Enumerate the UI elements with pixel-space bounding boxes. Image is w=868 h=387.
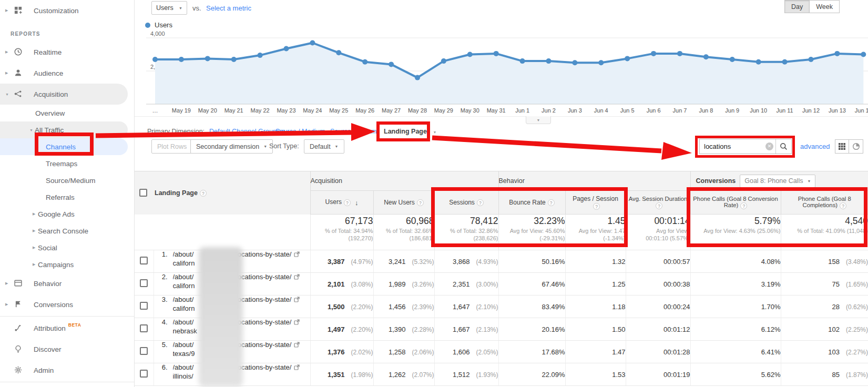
landing-page-url[interactable]: /about//locations-by-state/ (173, 318, 300, 326)
sidebar-item-campaigns[interactable]: ▶Campaigns (0, 256, 134, 273)
column-header-avg-session-duration[interactable]: Avg. Session Duration? (626, 191, 690, 215)
sidebar-item-treemaps[interactable]: Treemaps (0, 155, 134, 172)
percentage-view-icon[interactable] (849, 139, 863, 154)
dimension-link-medium[interactable]: Medium (353, 128, 376, 135)
help-icon[interactable]: ? (200, 190, 207, 197)
help-icon[interactable]: ? (417, 199, 424, 206)
sidebar-item-all-traffic[interactable]: ▼All Traffic (0, 121, 128, 138)
help-icon[interactable]: ? (593, 203, 600, 210)
data-point[interactable] (415, 75, 420, 80)
column-header-new-users[interactable]: New Users? (373, 191, 434, 215)
row-checkbox[interactable] (140, 324, 148, 332)
data-point[interactable] (284, 46, 289, 52)
data-point[interactable] (625, 56, 630, 61)
open-in-new-icon[interactable] (294, 297, 300, 302)
data-point[interactable] (494, 51, 499, 56)
sidebar-item-conversions[interactable]: ▶Conversions (0, 294, 134, 315)
landing-page-url[interactable]: /about//locations-by-state/ (173, 341, 300, 349)
data-point[interactable] (834, 51, 840, 56)
open-in-new-icon[interactable] (294, 364, 300, 370)
data-point[interactable] (152, 57, 158, 62)
sidebar-item-source-medium[interactable]: Source/Medium (0, 172, 134, 189)
data-point[interactable] (703, 54, 709, 59)
row-checkbox[interactable] (140, 370, 148, 378)
chart-collapse-tab[interactable]: ▼ (526, 116, 551, 124)
select-metric-link[interactable]: Select a metric (206, 4, 251, 12)
open-in-new-icon[interactable] (294, 251, 300, 257)
data-view-icon[interactable] (835, 139, 849, 154)
data-point[interactable] (310, 40, 315, 46)
sidebar-item-acquisition[interactable]: ▼Acquisition (0, 84, 128, 105)
data-point[interactable] (782, 59, 788, 65)
column-header-sessions[interactable]: Sessions? (434, 191, 498, 215)
data-point[interactable] (362, 59, 367, 65)
help-icon[interactable]: ? (548, 199, 555, 206)
plot-rows-button[interactable]: Plot Rows (151, 139, 192, 154)
day-button[interactable]: Day (784, 0, 810, 13)
open-in-new-icon[interactable] (294, 274, 300, 280)
open-in-new-icon[interactable] (294, 342, 300, 348)
data-point[interactable] (231, 57, 237, 62)
sidebar-item-admin[interactable]: Admin (0, 360, 134, 381)
dimension-selected-landing-page[interactable]: Landing Page ▼ (384, 128, 436, 135)
row-checkbox[interactable] (140, 257, 148, 264)
sidebar-item-referrals[interactable]: Referrals (0, 189, 134, 206)
dimension-link-default-channel-grouping[interactable]: Default Channel Grouping (209, 128, 285, 135)
data-point[interactable] (572, 60, 577, 65)
row-checkbox[interactable] (140, 347, 148, 355)
search-input[interactable] (700, 139, 765, 154)
sort-type-dropdown[interactable]: Default ▼ (304, 139, 344, 154)
data-point[interactable] (546, 58, 552, 64)
sidebar-item-channels[interactable]: Channels (0, 138, 128, 155)
help-icon[interactable]: ? (477, 199, 484, 206)
landing-page-url[interactable]: /about//locations-by-state/ (173, 296, 300, 303)
data-point[interactable] (179, 57, 184, 62)
data-point[interactable] (520, 58, 525, 64)
select-all-checkbox[interactable] (139, 189, 147, 197)
column-header-goal-completions[interactable]: Phone Calls (Goal 8 Completions)? (781, 191, 868, 215)
dimension-link-source[interactable]: Source (330, 128, 351, 135)
landing-page-url[interactable]: /about//locations-by-state/ (173, 250, 300, 258)
sidebar-item-google-ads[interactable]: ▶Google Ads (0, 206, 134, 222)
help-icon[interactable]: ? (840, 202, 846, 209)
row-checkbox[interactable] (140, 279, 148, 287)
advanced-search-link[interactable]: advanced (800, 142, 830, 150)
data-point[interactable] (389, 62, 394, 67)
search-icon[interactable] (775, 139, 791, 154)
data-point[interactable] (809, 57, 814, 62)
help-icon[interactable]: ? (656, 202, 662, 209)
sidebar-item-audience[interactable]: ▶Audience (0, 63, 134, 84)
column-header-goal-rate[interactable]: Phone Calls (Goal 8 Conversion Rate)? (690, 191, 781, 215)
data-point[interactable] (677, 51, 682, 56)
open-in-new-icon[interactable] (294, 319, 300, 325)
sidebar-item-social[interactable]: ▶Social (0, 239, 134, 256)
data-point[interactable] (205, 56, 210, 61)
row-checkbox[interactable] (140, 302, 148, 310)
sidebar-item-search-console[interactable]: ▶Search Console (0, 222, 134, 239)
landing-page-url[interactable]: /about//locations-by-state/ (173, 363, 300, 371)
sidebar-item-behavior[interactable]: ▶Behavior (0, 273, 134, 294)
week-button[interactable]: Week (810, 0, 840, 13)
data-point[interactable] (336, 50, 341, 55)
data-point[interactable] (756, 59, 761, 65)
data-point[interactable] (861, 52, 866, 57)
data-point[interactable] (730, 57, 735, 62)
data-point[interactable] (467, 52, 473, 57)
column-header-pages-session[interactable]: Pages / Session? (565, 191, 626, 215)
clear-search-icon[interactable]: ✕ (765, 142, 773, 150)
data-point[interactable] (598, 60, 604, 65)
dimension-link-source-medium[interactable]: Source / Medium (275, 128, 325, 135)
help-icon[interactable]: ? (740, 202, 747, 209)
landing-page-url[interactable]: /about//locations-by-state/ (173, 273, 300, 281)
goal-selector-dropdown[interactable]: Goal 8: Phone Calls ▼ (740, 175, 815, 188)
data-point[interactable] (441, 58, 446, 64)
secondary-dimension-dropdown[interactable]: Secondary dimension ▼ (190, 139, 273, 154)
data-point[interactable] (651, 51, 656, 56)
data-point[interactable] (258, 53, 263, 58)
sidebar-item-discover[interactable]: Discover (0, 339, 134, 360)
column-header-users[interactable]: Users?↓ (310, 191, 373, 215)
help-icon[interactable]: ? (344, 199, 351, 206)
sidebar-item-overview[interactable]: Overview (0, 105, 134, 121)
column-header-bounce-rate[interactable]: Bounce Rate? (498, 191, 565, 215)
sidebar-item-realtime[interactable]: ▶Realtime (0, 42, 134, 63)
